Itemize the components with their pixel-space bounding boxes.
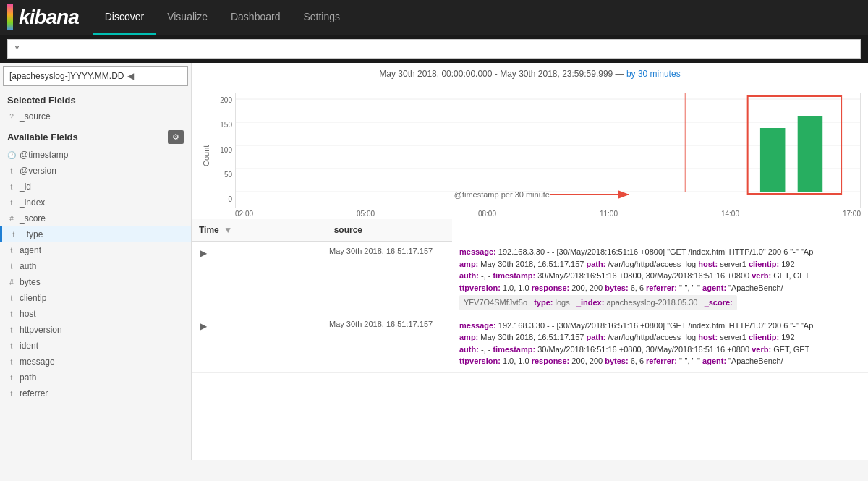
field-type-path: t: [7, 374, 16, 382]
field-type-clientip: t: [7, 294, 16, 302]
field-timestamp[interactable]: 🕐 @timestamp: [0, 147, 191, 163]
field-type-version: t: [7, 167, 16, 175]
field-type-score: #: [7, 215, 16, 223]
chart-svg-wrapper: 02:00 05:00 08:00 11:00 14:00 17:00 @tim…: [235, 93, 861, 219]
search-input[interactable]: [7, 39, 861, 59]
table-row: ▶ May 30th 2018, 16:51:17.157 message: 1…: [192, 242, 868, 315]
available-fields-title: Available Fields: [7, 132, 168, 142]
field-version[interactable]: t @version: [0, 163, 191, 179]
field-name-source: _source: [20, 111, 184, 122]
field-type-field[interactable]: t _type: [0, 226, 191, 242]
chart-svg: [235, 93, 861, 208]
search-bar: [0, 35, 868, 63]
field-auth[interactable]: t auth: [0, 258, 191, 274]
source-line2-1: message: 192.168.3.30 - - [30/May/2018:1…: [459, 320, 861, 332]
chart-y-numbers: 200 150 100 50 0: [213, 93, 235, 219]
sort-icon-time: ▼: [224, 225, 232, 235]
field-bytes[interactable]: # bytes: [0, 274, 191, 290]
logo-color-bar: [7, 4, 13, 30]
nav-visualize[interactable]: Visualize: [156, 0, 219, 35]
field-name-httpversion: httpversion: [20, 325, 184, 335]
index-pattern-label: [apachesyslog-]YYYY.MM.DD: [9, 71, 124, 81]
source-cell-1: message: 192.168.3.30 - - [30/May/2018:1…: [452, 242, 868, 315]
chart-x-axis: 02:00 05:00 08:00 11:00 14:00 17:00: [235, 208, 861, 219]
field-name-ident: ident: [20, 341, 184, 351]
time-cell-1: May 30th 2018, 16:51:17.157: [322, 242, 452, 315]
field-clientip[interactable]: t clientip: [0, 290, 191, 306]
source-truncated: YFV7O4SMfJvt5o type: logs _index: apache…: [459, 294, 861, 310]
field-type-message: t: [7, 358, 16, 366]
time-range-bar: May 30th 2018, 00:00:00.000 - May 30th 2…: [192, 63, 868, 85]
col-header-time: Time ▼: [192, 219, 322, 242]
selected-fields-title: Selected Fields: [0, 89, 191, 108]
field-name-index: _index: [20, 197, 184, 208]
field-name-message: message: [20, 357, 184, 367]
source-line-2: amp: May 30th 2018, 16:51:17.157 path: /…: [459, 258, 861, 271]
nav-dashboard[interactable]: Dashboard: [219, 0, 292, 35]
field-name-type: _type: [22, 229, 184, 239]
field-type-httpversion: t: [7, 326, 16, 334]
selected-field-source[interactable]: ? _source: [0, 108, 191, 124]
kibana-logo: kibana: [7, 4, 79, 30]
field-type-index: t: [7, 199, 16, 207]
field-name-agent: agent: [20, 245, 184, 255]
index-pattern-selector[interactable]: [apachesyslog-]YYYY.MM.DD ◀: [3, 66, 188, 86]
field-name-version: @version: [20, 166, 184, 176]
source-line-3: auth: -, - timestamp: 30/May/2018:16:51:…: [459, 270, 861, 282]
sidebar: [apachesyslog-]YYYY.MM.DD ◀ Selected Fie…: [0, 63, 192, 460]
field-type-host: t: [7, 310, 16, 318]
field-name-id: _id: [20, 182, 184, 192]
field-name-clientip: clientip: [20, 293, 184, 303]
source-line-1: message: 192.168.3.30 - - [30/May/2018:1…: [459, 246, 861, 258]
source-line-4: ttpversion: 1.0, 1.0 response: 200, 200 …: [459, 282, 861, 294]
time-range-link[interactable]: by 30 minutes: [626, 69, 681, 79]
field-referrer[interactable]: t referrer: [0, 386, 191, 401]
field-type-agent: t: [7, 247, 16, 255]
time-range-text: May 30th 2018, 00:00:00.000 - May 30th 2…: [379, 69, 626, 79]
chart-y-axis-label: Count: [199, 93, 213, 219]
index-pattern-arrow[interactable]: ◀: [124, 71, 182, 81]
field-type-referrer: t: [7, 390, 16, 398]
nav-settings[interactable]: Settings: [292, 0, 352, 35]
available-fields-header: Available Fields ⚙: [0, 124, 191, 147]
field-index[interactable]: t _index: [0, 195, 191, 210]
field-id[interactable]: t _id: [0, 179, 191, 195]
field-httpversion[interactable]: t httpversion: [0, 322, 191, 338]
source-line2-3: auth: -, - timestamp: 30/May/2018:16:51:…: [459, 344, 861, 356]
expand-button-2[interactable]: ▶: [199, 320, 208, 333]
svg-rect-6: [760, 128, 786, 192]
field-name-host: host: [20, 309, 184, 319]
field-score[interactable]: # _score: [0, 210, 191, 226]
expand-button-1[interactable]: ▶: [199, 247, 208, 260]
field-type-type: t: [9, 231, 18, 239]
field-ident[interactable]: t ident: [0, 338, 191, 354]
main-layout: [apachesyslog-]YYYY.MM.DD ◀ Selected Fie…: [0, 63, 868, 460]
time-cell-2: May 30th 2018, 16:51:17.157: [322, 315, 452, 372]
main-nav: Discover Visualize Dashboard Settings: [93, 0, 352, 35]
source-line2-2: amp: May 30th 2018, 16:51:17.157 path: /…: [459, 331, 861, 344]
field-path[interactable]: t path: [0, 370, 191, 386]
content-area: May 30th 2018, 00:00:00.000 - May 30th 2…: [192, 63, 868, 460]
expand-cell-2: ▶: [192, 315, 322, 372]
results-table: Time ▼ _source ▶ May 30th 2018, 16:51:17…: [192, 219, 868, 373]
chart-container: Count 200 150 100 50 0: [192, 85, 868, 219]
field-type-timestamp: 🕐: [7, 151, 16, 159]
field-name-auth: auth: [20, 261, 184, 271]
field-type-badge-source: ?: [7, 113, 16, 121]
kibana-header: kibana Discover Visualize Dashboard Sett…: [0, 0, 868, 35]
field-type-id: t: [7, 183, 16, 191]
svg-rect-7: [798, 116, 823, 192]
field-name-score: _score: [20, 213, 184, 224]
col-header-source: _source: [322, 219, 452, 242]
field-name-referrer: referrer: [20, 388, 184, 399]
source-cell-2: message: 192.168.3.30 - - [30/May/2018:1…: [452, 315, 868, 372]
field-message[interactable]: t message: [0, 354, 191, 370]
field-name-timestamp: @timestamp: [20, 150, 184, 160]
fields-gear-button[interactable]: ⚙: [168, 130, 184, 144]
field-agent[interactable]: t agent: [0, 242, 191, 258]
field-name-path: path: [20, 373, 184, 383]
nav-discover[interactable]: Discover: [93, 0, 156, 35]
field-host[interactable]: t host: [0, 306, 191, 322]
table-row: ▶ May 30th 2018, 16:51:17.157 message: 1…: [192, 315, 868, 372]
field-type-ident: t: [7, 342, 16, 350]
